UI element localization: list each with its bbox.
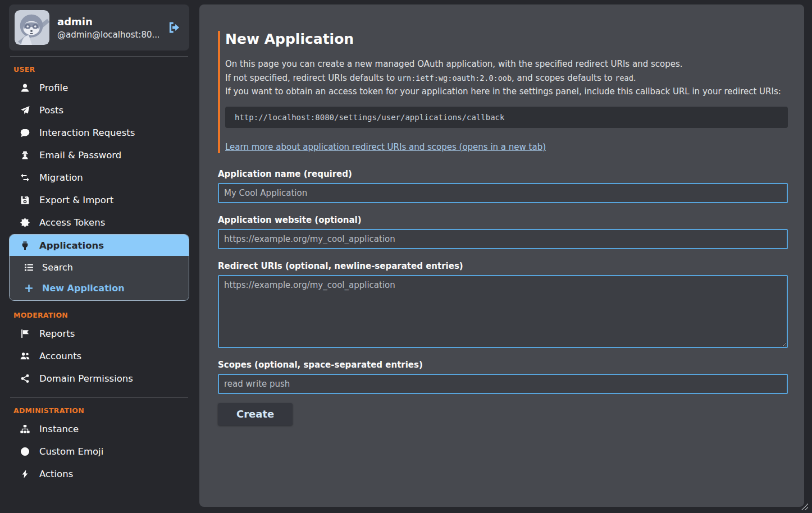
sidebar-item-label: Interaction Requests: [39, 127, 135, 138]
sidebar-item-profile[interactable]: Profile: [9, 76, 189, 99]
user-secret-icon: [20, 150, 30, 160]
sidebar-item-custom-emoji[interactable]: Custom Emoji: [9, 440, 189, 462]
sidebar-item-label: New Application: [42, 283, 125, 294]
intro-line-1: On this page you can create a new manage…: [225, 57, 788, 71]
user-handle: @admin@localhost:80...: [57, 30, 159, 40]
sidebar-item-label: Posts: [39, 105, 63, 116]
scopes-input[interactable]: [218, 374, 788, 394]
sidebar-item-access-tokens[interactable]: Access Tokens: [9, 211, 189, 233]
sidebar-item-migration[interactable]: Migration: [9, 166, 189, 189]
sidebar-item-interaction-requests[interactable]: Interaction Requests: [9, 121, 189, 144]
sidebar-item-label: Access Tokens: [39, 217, 105, 228]
plus-icon: [24, 283, 34, 293]
sidebar-item-applications-search[interactable]: Search: [10, 257, 189, 278]
create-button[interactable]: Create: [218, 403, 293, 425]
application-name-field: Application name (required): [218, 169, 788, 203]
sidebar-item-instance[interactable]: Instance: [9, 418, 189, 440]
list-icon: [24, 263, 34, 272]
sidebar-item-label: Search: [42, 262, 73, 273]
sidebar-item-label: Actions: [39, 469, 73, 479]
user-avatar: [15, 10, 49, 45]
section-header-moderation: MODERATION: [9, 303, 189, 322]
main-panel: New Application On this page you can cre…: [199, 4, 804, 507]
paper-plane-icon: [20, 106, 30, 115]
smile-icon: [20, 447, 30, 456]
callback-url-code-block: http://localhost:8080/settings/user/appl…: [225, 107, 788, 128]
sidebar-item-label: Instance: [39, 424, 79, 434]
application-name-input[interactable]: [218, 183, 788, 203]
comment-dots-icon: [20, 128, 30, 138]
default-scope-code: read: [615, 74, 633, 83]
default-redirect-uri-code: urn:ietf:wg:oauth:2.0:oob: [398, 74, 512, 83]
sidebar-item-label: Applications: [39, 240, 104, 251]
learn-more-link[interactable]: Learn more about application redirect UR…: [225, 142, 546, 152]
sidebar-item-label: Export & Import: [39, 195, 113, 205]
bolt-icon: [20, 469, 30, 479]
scopes-label: Scopes (optional, space-separated entrie…: [218, 360, 788, 370]
application-website-field: Application website (optional): [218, 215, 788, 249]
application-name-label: Application name (required): [218, 169, 788, 179]
sidebar-item-email-password[interactable]: Email & Password: [9, 144, 189, 166]
redirect-uris-field: Redirect URIs (optional, newline-separat…: [218, 261, 788, 348]
application-website-label: Application website (optional): [218, 215, 788, 225]
sidebar-item-label: Custom Emoji: [39, 446, 103, 457]
user-info: admin @admin@localhost:80...: [57, 16, 159, 40]
redirect-uris-label: Redirect URIs (optional, newline-separat…: [218, 261, 788, 271]
sidebar-item-posts[interactable]: Posts: [9, 99, 189, 121]
intro-line-3: If you want to obtain an access token fo…: [225, 85, 788, 99]
settings-sidebar: admin @admin@localhost:80... USER Profil…: [0, 0, 199, 513]
application-website-input[interactable]: [218, 229, 788, 249]
sidebar-item-applications-new[interactable]: New Application: [10, 278, 189, 299]
sidebar-item-label: Migration: [39, 172, 83, 183]
sidebar-item-label: Accounts: [39, 351, 81, 361]
sidebar-item-reports[interactable]: Reports: [9, 322, 189, 345]
page-intro: On this page you can create a new manage…: [225, 57, 788, 99]
redirect-uris-textarea[interactable]: [218, 275, 788, 348]
sidebar-item-label: Profile: [39, 83, 68, 93]
arrows-left-right-icon: [20, 173, 30, 182]
user-name: admin: [57, 16, 159, 28]
sidebar-item-actions[interactable]: Actions: [9, 462, 189, 485]
sidebar-item-applications[interactable]: Applications: [10, 235, 189, 256]
new-application-form: Application name (required) Application …: [218, 169, 788, 425]
share-nodes-icon: [20, 374, 30, 383]
applications-group: Applications Search New Application: [9, 234, 189, 301]
intro-line-2: If not specified, redirect URIs defaults…: [225, 71, 788, 85]
sidebar-item-export-import[interactable]: Export & Import: [9, 189, 189, 211]
sidebar-item-accounts[interactable]: Accounts: [9, 345, 189, 367]
users-icon: [20, 351, 30, 361]
scopes-field: Scopes (optional, space-separated entrie…: [218, 360, 788, 394]
certificate-icon: [20, 218, 30, 227]
flag-icon: [20, 329, 30, 338]
logout-icon[interactable]: [167, 20, 181, 35]
applications-submenu: Search New Application: [10, 256, 189, 300]
section-header-administration: ADMINISTRATION: [9, 398, 189, 418]
sidebar-item-domain-permissions[interactable]: Domain Permissions: [9, 367, 189, 390]
sidebar-item-label: Domain Permissions: [39, 373, 133, 384]
sitemap-icon: [20, 424, 30, 434]
plug-icon: [20, 241, 30, 250]
floppy-disk-icon: [20, 195, 30, 205]
section-header-user: USER: [9, 57, 189, 76]
sidebar-item-label: Email & Password: [39, 150, 121, 161]
page-title: New Application: [225, 31, 788, 47]
page-header: New Application On this page you can cre…: [218, 31, 788, 153]
user-card[interactable]: admin @admin@localhost:80...: [9, 4, 189, 51]
user-icon: [20, 83, 30, 93]
sidebar-item-label: Reports: [39, 328, 75, 339]
